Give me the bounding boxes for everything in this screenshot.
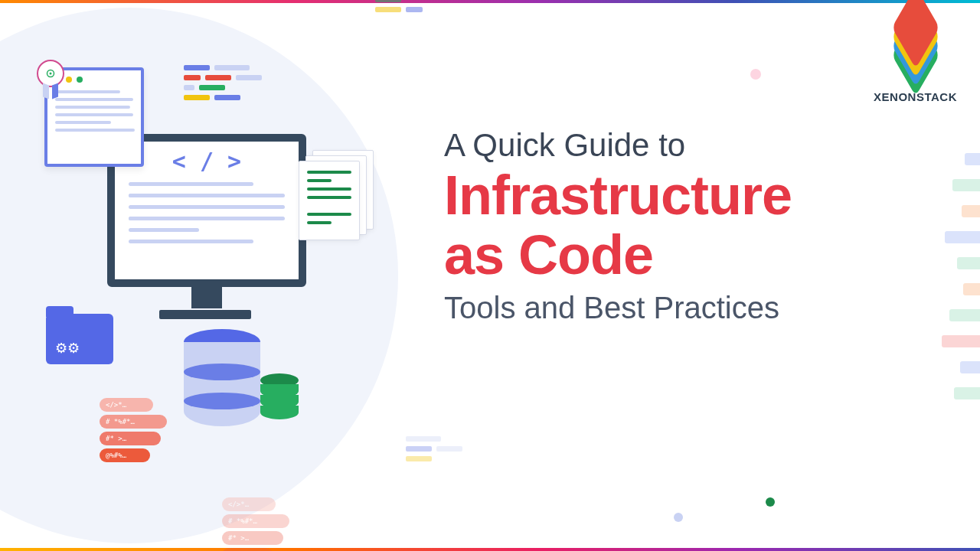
code-pill: # *%#*… xyxy=(100,415,167,429)
accent-dot-icon xyxy=(750,69,761,80)
code-snippet-decor-1 xyxy=(184,65,262,100)
top-gradient-bar xyxy=(0,0,980,3)
monitor-base xyxy=(159,310,251,319)
code-pill: # *%#*… xyxy=(222,514,289,528)
headline-title-2: as Code xyxy=(444,227,949,283)
logo-stack-icon xyxy=(885,15,946,69)
ribbon-badge-icon xyxy=(37,60,64,87)
side-accent-bars xyxy=(942,153,980,399)
code-pill: </>*… xyxy=(100,398,153,412)
code-lines-decor xyxy=(115,174,299,243)
accent-dot-icon xyxy=(674,513,683,522)
headline-block: A Quick Guide to Infrastructure as Code … xyxy=(444,126,949,325)
certificate-icon xyxy=(44,67,144,167)
code-pill: @%#%… xyxy=(100,448,150,462)
database-small-icon xyxy=(260,373,299,419)
headline-eyebrow: A Quick Guide to xyxy=(444,126,949,165)
code-pill: #* >… xyxy=(222,531,283,545)
code-pill: </>*… xyxy=(222,497,276,511)
svg-point-1 xyxy=(50,73,52,75)
code-pill: #* >… xyxy=(100,432,161,445)
code-pill-group-1: </>*… # *%#*… #* >… @%#%… xyxy=(100,398,167,462)
brand-logo: XENONSTACK xyxy=(874,15,957,103)
database-large-icon xyxy=(184,329,260,426)
code-pill-group-2: </>*… # *%#*… #* >… @%#%… xyxy=(222,497,289,551)
headline-title-1: Infrastructure xyxy=(444,168,949,223)
code-snippet-decor-2 xyxy=(375,0,441,12)
headline-subtitle: Tools and Best Practices xyxy=(444,291,949,325)
illustration-group: < / > ⚙⚙ </>*… # * xyxy=(31,61,398,490)
code-pill: @%#%… xyxy=(222,548,273,551)
gears-icon: ⚙⚙ xyxy=(55,340,80,357)
code-snippet-decor-3 xyxy=(406,436,462,461)
bottom-gradient-bar xyxy=(0,548,980,551)
accent-dot-icon xyxy=(766,497,775,507)
folder-icon: ⚙⚙ xyxy=(46,314,113,364)
